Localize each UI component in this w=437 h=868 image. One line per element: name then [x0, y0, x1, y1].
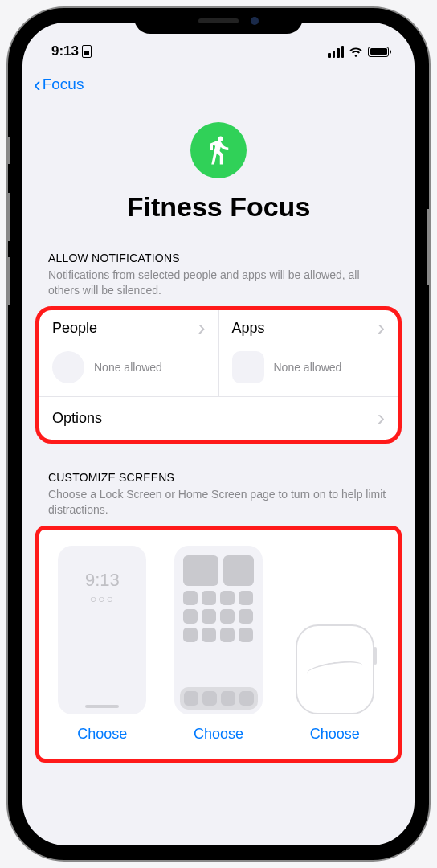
allow-notifications-card: People › None allowed Apps › — [35, 306, 402, 444]
page-title: Fitness Focus — [127, 191, 311, 223]
apps-label: Apps — [232, 320, 265, 337]
back-button[interactable]: ‹ Focus — [34, 74, 84, 95]
phone-frame: 9:13 ‹ Focus — [8, 8, 429, 860]
battery-icon — [368, 47, 389, 57]
power-button — [427, 209, 431, 285]
volume-down-button — [6, 257, 10, 305]
lock-screen-item: 9:13 ○○○ Choose — [47, 546, 157, 743]
fitness-icon — [190, 122, 247, 178]
home-screen-item: Choose — [164, 546, 274, 743]
home-indicator — [85, 705, 119, 708]
people-apps-split: People › None allowed Apps › — [39, 310, 398, 396]
lock-screen-dots: ○○○ — [90, 592, 115, 605]
options-label: Options — [52, 410, 102, 427]
chevron-right-icon: › — [198, 321, 205, 335]
screens-row: 9:13 ○○○ Choose — [47, 546, 390, 743]
choose-home-button[interactable]: Choose — [194, 726, 243, 743]
app-grid — [183, 591, 254, 642]
chevron-left-icon: ‹ — [34, 74, 41, 95]
options-row[interactable]: Options › — [39, 396, 398, 440]
screen: 9:13 ‹ Focus — [22, 23, 415, 845]
widget-icon — [223, 555, 254, 586]
watch-face-preview[interactable] — [296, 624, 374, 714]
allow-description: Notifications from selected people and a… — [35, 268, 402, 306]
mute-switch — [6, 137, 10, 164]
cellular-signal-icon — [328, 46, 344, 58]
home-dock — [180, 687, 258, 710]
home-widgets — [183, 555, 254, 642]
lock-screen-time: 9:13 — [85, 570, 120, 591]
choose-watch-button[interactable]: Choose — [310, 726, 360, 743]
watch-face-item: Choose — [280, 624, 390, 743]
people-cell[interactable]: People › None allowed — [39, 310, 219, 396]
volume-up-button — [6, 193, 10, 241]
customize-header: CUSTOMIZE SCREENS — [35, 471, 402, 487]
apps-cell[interactable]: Apps › None allowed — [219, 310, 398, 396]
chevron-right-icon: › — [378, 411, 385, 425]
hero: Fitness Focus — [35, 106, 402, 252]
notch — [134, 8, 303, 34]
sim-card-icon — [82, 45, 92, 58]
status-left: 9:13 — [51, 43, 92, 59]
customize-description: Choose a Lock Screen or Home Screen page… — [35, 487, 402, 526]
people-label: People — [52, 320, 97, 337]
wifi-icon — [349, 46, 363, 57]
home-screen-preview[interactable] — [174, 546, 263, 714]
nav-bar: ‹ Focus — [22, 66, 415, 106]
apps-icon-placeholder — [232, 351, 264, 383]
lock-screen-preview[interactable]: 9:13 ○○○ — [58, 546, 146, 714]
choose-lock-button[interactable]: Choose — [77, 726, 127, 743]
people-sub: None allowed — [94, 361, 162, 374]
allow-header: ALLOW NOTIFICATIONS — [35, 252, 402, 268]
content: Fitness Focus ALLOW NOTIFICATIONS Notifi… — [22, 106, 415, 763]
people-avatar-placeholder — [52, 351, 84, 383]
apps-sub: None allowed — [274, 361, 342, 374]
back-label: Focus — [43, 76, 84, 93]
customize-screens-card: 9:13 ○○○ Choose — [35, 526, 402, 763]
watch-face-icon — [306, 658, 364, 681]
status-time: 9:13 — [51, 43, 79, 59]
status-right — [328, 46, 389, 58]
chevron-right-icon: › — [378, 321, 385, 335]
widget-icon — [183, 555, 218, 586]
